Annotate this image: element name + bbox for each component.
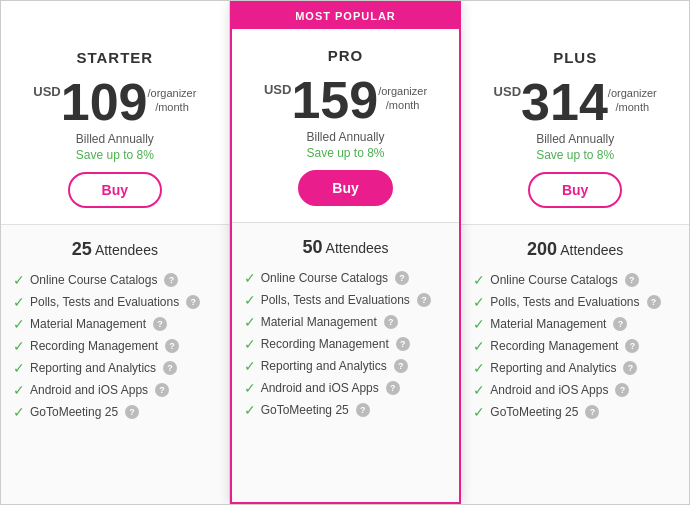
feature-label: Reporting and Analytics (30, 361, 156, 375)
attendees-label: Attendees (326, 240, 389, 256)
feature-label: Material Management (261, 315, 377, 329)
buy-button[interactable]: Buy (528, 172, 622, 208)
attendees-label: Attendees (95, 242, 158, 258)
attendees-count: 25 (72, 239, 92, 259)
info-icon[interactable]: ? (625, 273, 639, 287)
feature-label: Recording Management (30, 339, 158, 353)
check-icon: ✓ (13, 272, 25, 288)
plan-plus: PLUS USD 314 /organizer/month Billed Ann… (461, 1, 689, 504)
feature-list: ✓ Online Course Catalogs ? ✓ Polls, Test… (473, 272, 677, 420)
feature-label: Online Course Catalogs (261, 271, 388, 285)
check-icon: ✓ (13, 338, 25, 354)
info-icon[interactable]: ? (155, 383, 169, 397)
list-item: ✓ Polls, Tests and Evaluations ? (13, 294, 217, 310)
check-icon: ✓ (244, 270, 256, 286)
price-row: USD 314 /organizer/month (471, 76, 679, 128)
list-item: ✓ Material Management ? (473, 316, 677, 332)
check-icon: ✓ (13, 404, 25, 420)
placeholder-top (461, 1, 689, 31)
list-item: ✓ Polls, Tests and Evaluations ? (244, 292, 448, 308)
check-icon: ✓ (473, 360, 485, 376)
feature-label: Reporting and Analytics (490, 361, 616, 375)
info-icon[interactable]: ? (395, 271, 409, 285)
info-icon[interactable]: ? (153, 317, 167, 331)
list-item: ✓ Reporting and Analytics ? (473, 360, 677, 376)
list-item: ✓ Android and iOS Apps ? (13, 382, 217, 398)
info-icon[interactable]: ? (615, 383, 629, 397)
check-icon: ✓ (244, 358, 256, 374)
placeholder-top (1, 1, 229, 31)
plan-features: 50 Attendees ✓ Online Course Catalogs ? … (232, 222, 460, 502)
feature-label: Polls, Tests and Evaluations (261, 293, 410, 307)
billed-annually: Billed Annually (242, 130, 450, 144)
feature-label: Reporting and Analytics (261, 359, 387, 373)
feature-label: Android and iOS Apps (490, 383, 608, 397)
price-number: 159 (291, 74, 378, 126)
feature-label: Material Management (30, 317, 146, 331)
info-icon[interactable]: ? (625, 339, 639, 353)
list-item: ✓ Reporting and Analytics ? (244, 358, 448, 374)
check-icon: ✓ (473, 316, 485, 332)
buy-button[interactable]: Buy (68, 172, 162, 208)
feature-label: GoToMeeting 25 (30, 405, 118, 419)
price-number: 109 (61, 76, 148, 128)
info-icon[interactable]: ? (165, 339, 179, 353)
feature-label: Android and iOS Apps (30, 383, 148, 397)
list-item: ✓ Android and iOS Apps ? (244, 380, 448, 396)
check-icon: ✓ (473, 294, 485, 310)
list-item: ✓ Online Course Catalogs ? (13, 272, 217, 288)
check-icon: ✓ (473, 404, 485, 420)
info-icon[interactable]: ? (164, 273, 178, 287)
plan-pro: MOST POPULAR PRO USD 159 /organizer/mont… (230, 1, 462, 504)
currency-label: USD (33, 84, 60, 99)
plan-header: PRO USD 159 /organizer/month Billed Annu… (232, 29, 460, 222)
list-item: ✓ GoToMeeting 25 ? (473, 404, 677, 420)
feature-label: Polls, Tests and Evaluations (490, 295, 639, 309)
info-icon[interactable]: ? (394, 359, 408, 373)
feature-label: GoToMeeting 25 (261, 403, 349, 417)
save-text: Save up to 8% (11, 148, 219, 162)
info-icon[interactable]: ? (623, 361, 637, 375)
list-item: ✓ Polls, Tests and Evaluations ? (473, 294, 677, 310)
list-item: ✓ Reporting and Analytics ? (13, 360, 217, 376)
price-per: /organizer/month (608, 86, 657, 115)
plan-name: PLUS (471, 49, 679, 66)
info-icon[interactable]: ? (585, 405, 599, 419)
price-number: 314 (521, 76, 608, 128)
plan-features: 200 Attendees ✓ Online Course Catalogs ?… (461, 224, 689, 504)
info-icon[interactable]: ? (647, 295, 661, 309)
info-icon[interactable]: ? (396, 337, 410, 351)
attendees-row: 200 Attendees (473, 239, 677, 260)
info-icon[interactable]: ? (613, 317, 627, 331)
feature-label: Recording Management (490, 339, 618, 353)
info-icon[interactable]: ? (125, 405, 139, 419)
attendees-row: 50 Attendees (244, 237, 448, 258)
check-icon: ✓ (244, 292, 256, 308)
plan-header: PLUS USD 314 /organizer/month Billed Ann… (461, 31, 689, 224)
plan-header: STARTER USD 109 /organizer/month Billed … (1, 31, 229, 224)
list-item: ✓ Online Course Catalogs ? (473, 272, 677, 288)
plan-name: STARTER (11, 49, 219, 66)
info-icon[interactable]: ? (417, 293, 431, 307)
feature-label: Online Course Catalogs (30, 273, 157, 287)
save-text: Save up to 8% (242, 146, 450, 160)
info-icon[interactable]: ? (186, 295, 200, 309)
plan-starter: STARTER USD 109 /organizer/month Billed … (1, 1, 230, 504)
check-icon: ✓ (473, 272, 485, 288)
buy-button[interactable]: Buy (298, 170, 392, 206)
attendees-label: Attendees (560, 242, 623, 258)
list-item: ✓ Material Management ? (244, 314, 448, 330)
check-icon: ✓ (13, 360, 25, 376)
info-icon[interactable]: ? (356, 403, 370, 417)
check-icon: ✓ (244, 380, 256, 396)
billed-annually: Billed Annually (11, 132, 219, 146)
plan-name: PRO (242, 47, 450, 64)
check-icon: ✓ (473, 338, 485, 354)
feature-label: GoToMeeting 25 (490, 405, 578, 419)
info-icon[interactable]: ? (163, 361, 177, 375)
info-icon[interactable]: ? (384, 315, 398, 329)
feature-label: Material Management (490, 317, 606, 331)
info-icon[interactable]: ? (386, 381, 400, 395)
list-item: ✓ GoToMeeting 25 ? (244, 402, 448, 418)
list-item: ✓ Android and iOS Apps ? (473, 382, 677, 398)
